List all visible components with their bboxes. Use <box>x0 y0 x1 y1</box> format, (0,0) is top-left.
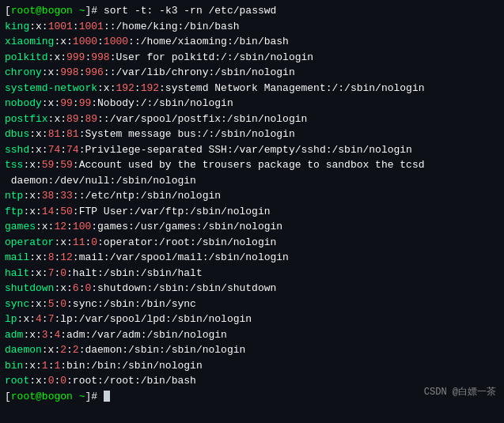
output-line-22: bin:x:1:1:bin:/bin:/sbin/nologin <box>5 358 499 374</box>
output-line-8: dbus:x:81:81:System message bus:/:/sbin/… <box>5 127 499 142</box>
final-username: root <box>11 391 36 402</box>
output-line-3: polkitd:x:999:998:User for polkitd:/:/sb… <box>5 50 499 66</box>
watermark: CSDN @白嫖一茶 <box>424 385 496 399</box>
output-line-21: daemon:x:2:2:daemon:/sbin:/sbin/nologin <box>5 342 499 358</box>
output-line-4: chrony:x:998:996::/var/lib/chrony:/sbin/… <box>5 65 499 81</box>
output-line-16: halt:x:7:0:halt:/sbin:/sbin/halt <box>5 266 499 281</box>
output-line-18: sync:x:5:0:sync:/sbin:/bin/sync <box>5 296 499 312</box>
output-line-17: shutdown:x:6:0:shutdown:/sbin:/sbin/shut… <box>5 281 499 296</box>
output-line-6: nobody:x:99:99:Nobody:/:/sbin/nologin <box>5 96 499 111</box>
output-line-1: king:x:1001:1001::/home/king:/bin/bash <box>5 19 499 35</box>
output-line-20: adm:x:3:4:adm:/var/adm:/sbin/nologin <box>5 327 499 343</box>
output-line-9: sshd:x:74:74:Privilege-separated SSH:/va… <box>5 142 499 158</box>
output-line-13: games:x:12:100:games:/usr/games:/sbin/no… <box>5 219 499 235</box>
output-line-7: postfix:x:89:89::/var/spool/postfix:/sbi… <box>5 111 499 127</box>
output-line-14: operator:x:11:0:operator:/root:/sbin/nol… <box>5 235 499 251</box>
terminal-cursor <box>104 391 110 402</box>
output-line-5: systemd-network:x:192:192:systemd Networ… <box>5 81 499 96</box>
at-sign: @ <box>36 5 42 17</box>
output-line-2: xiaoming:x:1000:1000::/home/xiaoming:/bi… <box>5 34 499 50</box>
output-line-11: ntp:x:38:33::/etc/ntp:/sbin/nologin <box>5 188 499 204</box>
output-line-19: lp:x:4:7:lp:/var/spool/lpd:/sbin/nologin <box>5 312 499 327</box>
command-line: [root@bogon ~]# sort -t: -k3 -rn /etc/pa… <box>5 3 499 19</box>
output-line-10: tss:x:59:59:Account used by the trousers… <box>5 157 499 173</box>
username: root <box>11 5 36 17</box>
bracket-open: [ <box>5 5 11 17</box>
output-line-10b: daemon:/dev/null:/sbin/nologin <box>5 173 499 189</box>
output-line-12: ftp:x:14:50:FTP User:/var/ftp:/sbin/nolo… <box>5 204 499 220</box>
final-hostname: bogon <box>42 391 73 402</box>
command-prompt-hash: # sort -t: -k3 -rn /etc/passwd <box>91 5 276 17</box>
hostname: bogon <box>42 5 73 17</box>
terminal-window: [root@bogon ~]# sort -t: -k3 -rn /etc/pa… <box>0 0 504 423</box>
output-line-15: mail:x:8:12:mail:/var/spool/mail:/sbin/n… <box>5 250 499 266</box>
